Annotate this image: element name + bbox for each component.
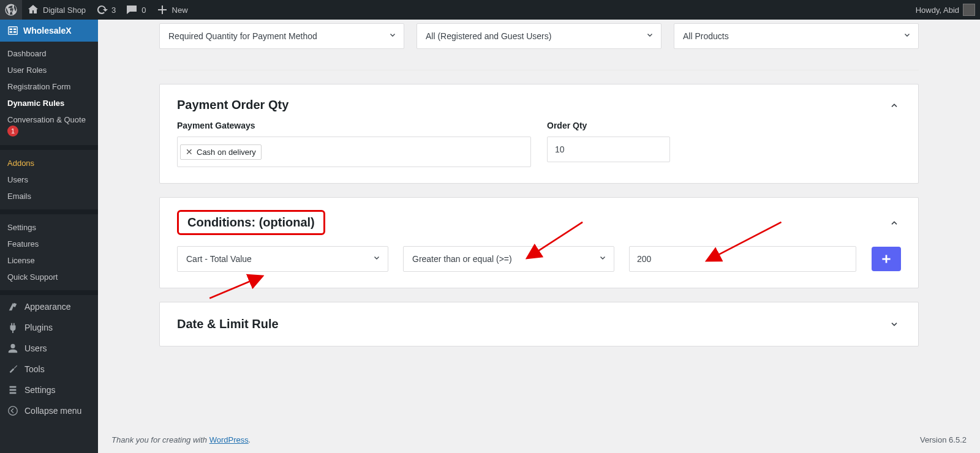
sidebar-tools[interactable]: Tools — [0, 359, 98, 380]
comments-count: 0 — [141, 6, 146, 15]
sidebar-sub-1: Dashboard User Roles Registration Form D… — [0, 42, 98, 144]
wp-footer: Thank you for creating with WordPress. V… — [98, 426, 980, 453]
footer-version: Version 6.5.2 — [920, 435, 967, 444]
sidebar-item-quick-support[interactable]: Quick Support — [0, 269, 98, 285]
sidebar-collapse[interactable]: Collapse menu — [0, 400, 98, 421]
date-limit-panel: Date & Limit Rule — [159, 302, 919, 346]
plugins-icon — [7, 322, 18, 333]
footer-wordpress-link[interactable]: WordPress — [209, 435, 249, 444]
sidebar-item-registration-form[interactable]: Registration Form — [0, 78, 98, 95]
howdy-text: Howdy, Abid — [916, 6, 959, 15]
panel-collapse-toggle[interactable] — [888, 216, 901, 230]
svg-rect-0 — [9, 27, 17, 35]
howdy-link[interactable]: Howdy, Abid — [911, 0, 980, 20]
sidebar-top-label: WholesaleX — [23, 26, 72, 36]
collapse-icon — [7, 405, 18, 416]
updates-link[interactable]: 3 — [91, 0, 121, 20]
comments-link[interactable]: 0 — [121, 0, 151, 20]
top-selects-row: Required Quantity for Payment Method All… — [159, 20, 919, 70]
svg-rect-7 — [10, 392, 17, 394]
sidebar-appearance[interactable]: Appearance — [0, 296, 98, 317]
sidebar-item-users[interactable]: Users — [0, 171, 98, 188]
svg-rect-5 — [10, 386, 17, 388]
plus-icon — [880, 252, 893, 266]
sidebar-item-conversation[interactable]: Conversation & Quote 1 — [0, 111, 98, 140]
users-select[interactable]: All (Registered and Guest Users) — [417, 23, 662, 49]
gateways-input[interactable]: ✕ Cash on delivery — [177, 137, 531, 167]
conditions-title-highlight: Conditions: (optional) — [177, 210, 325, 235]
sidebar-item-features[interactable]: Features — [0, 236, 98, 252]
sidebar-sub-3: Settings Features License Quick Support — [0, 215, 98, 289]
updates-count: 3 — [111, 6, 116, 15]
new-link[interactable]: New — [151, 0, 193, 20]
site-name-link[interactable]: Digital Shop — [22, 0, 91, 20]
svg-rect-1 — [10, 28, 13, 30]
sidebar-item-settings[interactable]: Settings — [0, 219, 98, 236]
panel-collapse-toggle[interactable] — [888, 99, 901, 112]
svg-rect-4 — [13, 31, 17, 33]
users-icon — [7, 343, 18, 354]
rule-type-select[interactable]: Required Quantity for Payment Method — [159, 23, 404, 49]
qty-label: Order Qty — [547, 121, 901, 130]
sidebar-top-wholesalex[interactable]: WholesaleX — [0, 20, 98, 42]
site-name: Digital Shop — [43, 6, 86, 15]
sidebar-item-addons[interactable]: Addons — [0, 155, 98, 171]
admin-bar: Digital Shop 3 0 New Howdy, Abid — [0, 0, 980, 20]
sidebar-item-license[interactable]: License — [0, 252, 98, 269]
conditions-panel: Conditions: (optional) Cart - Total Valu… — [159, 197, 919, 288]
wholesalex-icon — [7, 25, 18, 36]
sidebar-bottom: Appearance Plugins Users Tools Settings … — [0, 296, 98, 421]
home-icon — [27, 4, 39, 16]
condition-operator-select[interactable]: Greater than or equal (>=) — [403, 246, 614, 272]
date-panel-title: Date & Limit Rule — [177, 317, 279, 331]
tools-icon — [7, 364, 18, 375]
condition-value-input[interactable] — [629, 246, 856, 272]
appearance-icon — [7, 301, 18, 312]
sidebar-item-dynamic-rules[interactable]: Dynamic Rules — [0, 95, 98, 111]
plus-icon — [156, 4, 168, 16]
footer-thanks-pre: Thank you for creating with — [111, 435, 209, 444]
wordpress-icon — [5, 4, 17, 16]
sidebar-settings[interactable]: Settings — [0, 380, 98, 400]
avatar — [963, 4, 975, 16]
settings-icon — [7, 384, 18, 395]
order-qty-input[interactable] — [547, 137, 670, 162]
conditions-title: Conditions: (optional) — [187, 215, 315, 230]
payment-panel-title: Payment Order Qty — [177, 98, 288, 112]
sidebar-item-dashboard[interactable]: Dashboard — [0, 45, 98, 62]
add-condition-button[interactable] — [872, 247, 901, 271]
sidebar-item-user-roles[interactable]: User Roles — [0, 62, 98, 78]
svg-rect-2 — [13, 28, 17, 30]
comment-icon — [126, 4, 138, 16]
new-label: New — [172, 6, 188, 15]
sidebar-item-emails[interactable]: Emails — [0, 188, 98, 204]
svg-rect-6 — [10, 389, 17, 391]
gateway-chip: ✕ Cash on delivery — [180, 144, 262, 160]
sidebar-plugins[interactable]: Plugins — [0, 317, 98, 338]
wp-logo[interactable] — [0, 0, 22, 20]
updates-icon — [96, 4, 108, 16]
gateways-label: Payment Gateways — [177, 121, 531, 130]
sidebar-sub-2: Addons Users Emails — [0, 151, 98, 208]
svg-point-8 — [9, 406, 17, 415]
sidebar-users[interactable]: Users — [0, 338, 98, 359]
panel-expand-toggle[interactable] — [888, 318, 901, 331]
footer-thanks-post: . — [249, 435, 251, 444]
svg-rect-3 — [10, 31, 13, 33]
payment-order-qty-panel: Payment Order Qty Payment Gateways ✕ Cas… — [159, 84, 919, 184]
remove-chip-icon[interactable]: ✕ — [186, 148, 193, 156]
conversation-badge: 1 — [7, 125, 18, 137]
content-area: Required Quantity for Payment Method All… — [98, 20, 980, 453]
products-select[interactable]: All Products — [674, 23, 919, 49]
admin-sidebar: WholesaleX Dashboard User Roles Registra… — [0, 20, 98, 453]
condition-field-select[interactable]: Cart - Total Value — [177, 246, 388, 272]
